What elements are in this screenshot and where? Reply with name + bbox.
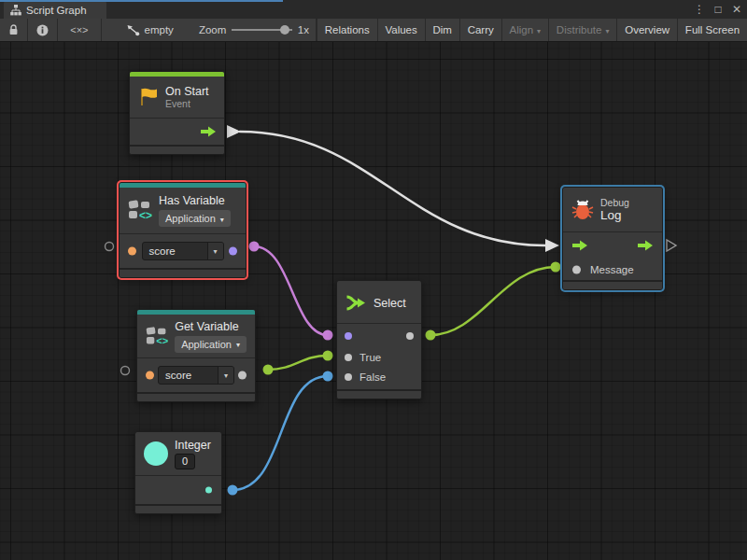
false-input-port[interactable] — [345, 373, 352, 381]
node-get-variable[interactable]: <> Get Variable Application ▾ score ▾ — [136, 309, 256, 402]
wire-get-variable-to-select-true[interactable] — [268, 356, 328, 370]
caret-down-icon: ▾ — [207, 243, 223, 259]
selection-empty-label: empty — [145, 24, 174, 35]
close-icon[interactable]: ✕ — [730, 3, 743, 16]
zoom-slider[interactable] — [232, 29, 291, 31]
edit-graph-button[interactable]: <×> — [57, 19, 101, 41]
node-footer — [563, 280, 662, 289]
lock-button[interactable] — [0, 19, 27, 41]
wire-endpoint — [426, 330, 436, 341]
node-title: Log — [600, 208, 629, 222]
wire-endpoint — [323, 371, 333, 382]
bug-icon — [571, 199, 594, 221]
info-button[interactable] — [28, 19, 57, 41]
message-label: Message — [590, 264, 634, 275]
toolbar-button-dim[interactable]: Dim — [425, 19, 458, 41]
zoom-value: 1x — [298, 24, 309, 35]
node-title: Integer — [175, 439, 211, 452]
node-debug-log[interactable]: Debug Log Message — [562, 187, 663, 290]
caret-down-icon: ▾ — [605, 27, 609, 35]
caret-down-icon: ▾ — [218, 367, 233, 384]
true-input-port[interactable] — [345, 354, 352, 361]
value-output-port[interactable] — [238, 371, 247, 380]
control-output-port[interactable] — [200, 126, 217, 137]
variable-name-row: score ▾ — [120, 234, 246, 268]
true-row: True — [337, 347, 421, 367]
graph-toolbar: <×> empty Zoom 1x Relations Values Dim C… — [0, 19, 747, 42]
condition-input-port[interactable] — [345, 332, 352, 340]
message-input-port[interactable] — [572, 265, 581, 273]
code-brackets-icon: <×> — [70, 24, 88, 35]
wire-arrowhead — [227, 125, 241, 138]
toolbar-button-overview[interactable]: Overview — [617, 19, 677, 41]
focused-panel-highlight — [0, 0, 283, 2]
wire-on-start-to-debug-log[interactable] — [240, 132, 545, 245]
result-output-port[interactable] — [229, 247, 237, 256]
zoom-slider-knob[interactable] — [280, 25, 289, 35]
toolbar-button-values[interactable]: Values — [377, 19, 424, 41]
wire-endpoint — [263, 365, 274, 375]
lock-icon — [8, 24, 19, 35]
wire-endpoint — [551, 262, 561, 273]
node-footer — [337, 389, 421, 399]
graph-hierarchy-icon — [10, 5, 21, 16]
maximize-icon[interactable]: □ — [712, 3, 725, 16]
integer-value-field[interactable]: 0 — [175, 454, 195, 469]
message-row: Message — [563, 259, 662, 280]
node-select[interactable]: Select True False — [336, 280, 422, 399]
name-input-port[interactable] — [146, 371, 154, 380]
variable-name-dropdown[interactable]: score ▾ — [158, 366, 234, 385]
wire-endpoint — [228, 485, 238, 496]
node-subtitle: Event — [165, 98, 209, 109]
variable-scope-dropdown[interactable]: Application ▾ — [175, 336, 247, 353]
true-label: True — [359, 352, 381, 363]
selection-output-port[interactable] — [406, 332, 414, 340]
node-title: Has Variable — [159, 194, 231, 207]
control-input-port[interactable] — [571, 240, 588, 251]
wire-has-variable-to-select-condition[interactable] — [254, 246, 328, 335]
tab-title: Script Graph — [26, 5, 87, 16]
graph-canvas[interactable]: On Start Event <> — [0, 42, 747, 560]
zoom-label: Zoom — [199, 24, 226, 35]
tab-script-graph[interactable]: Script Graph — [4, 1, 106, 19]
node-footer — [135, 504, 221, 513]
integer-output-port[interactable] — [205, 487, 212, 494]
variables-icon: <> — [146, 326, 168, 347]
toolbar-button-align[interactable]: Align▾ — [502, 19, 549, 41]
variable-name-dropdown[interactable]: score ▾ — [142, 242, 224, 260]
has-variable-unconnected-input-open-circle-icon[interactable] — [106, 243, 114, 251]
kebab-menu-icon[interactable]: ⋮ — [693, 3, 706, 16]
variable-name-row: score ▾ — [137, 358, 255, 392]
wire-select-to-debug-message[interactable] — [430, 267, 556, 335]
node-has-variable[interactable]: <> Has Variable Application ▾ score ▾ — [119, 182, 247, 278]
false-row: False — [337, 367, 421, 386]
wire-arrowhead — [545, 239, 559, 252]
node-on-start[interactable]: On Start Event — [129, 71, 225, 155]
integer-type-icon — [144, 441, 168, 466]
caret-down-icon: ▾ — [236, 341, 240, 349]
tab-strip: Script Graph ⋮ □ ✕ — [0, 0, 747, 19]
svg-text:<>: <> — [156, 335, 168, 346]
flag-icon — [138, 87, 159, 107]
debug-log-unconnected-output-hollow-triangle-icon[interactable] — [667, 240, 676, 251]
node-footer — [130, 145, 224, 154]
toolbar-button-relations[interactable]: Relations — [317, 19, 377, 41]
get-variable-unconnected-input-open-circle-icon[interactable] — [121, 367, 130, 375]
toolbar-button-distribute[interactable]: Distribute▾ — [549, 19, 617, 41]
wire-endpoint — [323, 330, 333, 341]
variable-scope-dropdown[interactable]: Application ▾ — [159, 210, 231, 227]
control-output-port[interactable] — [637, 240, 654, 251]
toolbar-button-fullscreen[interactable]: Full Screen — [678, 19, 747, 41]
toolbar-button-carry[interactable]: Carry — [460, 19, 501, 41]
select-merge-icon — [345, 295, 367, 311]
window-controls: ⋮ □ ✕ — [693, 0, 743, 19]
control-row — [563, 232, 662, 259]
selection-indicator: empty — [119, 19, 181, 41]
name-input-port[interactable] — [128, 247, 136, 256]
node-footer — [120, 268, 246, 277]
integer-output-row — [135, 476, 221, 504]
node-integer[interactable]: Integer 0 — [134, 431, 222, 514]
node-footer — [137, 392, 255, 401]
node-title: On Start — [165, 85, 209, 98]
wire-endpoint — [249, 242, 260, 252]
